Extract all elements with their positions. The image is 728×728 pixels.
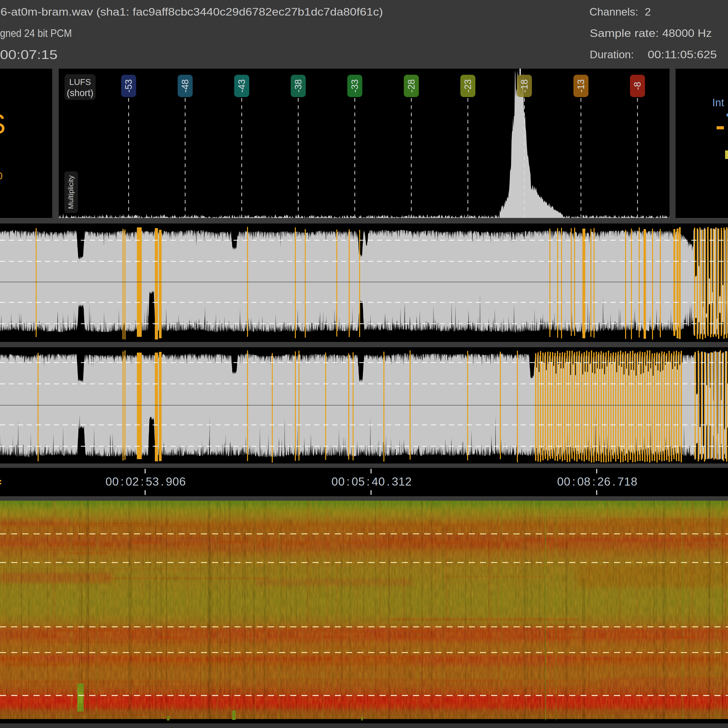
svg-text:-53: -53 <box>124 80 134 93</box>
svg-text:6-at0m-bram.wav (sha1: fac9aff: 6-at0m-bram.wav (sha1: fac9aff8cbc3440c2… <box>0 6 383 18</box>
svg-text:-48: -48 <box>180 80 190 93</box>
svg-text:-28: -28 <box>406 80 416 93</box>
svg-text:-8: -8 <box>632 82 642 90</box>
svg-text:-23: -23 <box>463 80 473 93</box>
svg-text:48000 Hz: 48000 Hz <box>662 27 712 39</box>
svg-text:Int: Int <box>712 96 724 109</box>
svg-text:LUFS: LUFS <box>69 77 91 87</box>
svg-text:00:07:15: 00:07:15 <box>0 47 58 62</box>
svg-text:2: 2 <box>645 6 651 18</box>
svg-text:00:02:53.906: 00:02:53.906 <box>106 475 186 488</box>
svg-text:-33: -33 <box>350 80 360 93</box>
svg-text:S: S <box>0 109 6 139</box>
svg-text:-18: -18 <box>519 80 529 93</box>
svg-text:Sample rate:: Sample rate: <box>590 27 659 39</box>
svg-text:00:05:40.312: 00:05:40.312 <box>332 475 411 488</box>
svg-text:Channels:: Channels: <box>589 6 638 18</box>
svg-text:(short): (short) <box>67 88 93 98</box>
svg-text:0: 0 <box>0 170 3 182</box>
svg-text:Duration:: Duration: <box>590 48 634 61</box>
svg-text:00:08:26.718: 00:08:26.718 <box>557 475 637 488</box>
svg-text:Multiplicity: Multiplicity <box>67 176 75 209</box>
svg-text:00:11:05:625: 00:11:05:625 <box>648 48 717 61</box>
svg-text:-13: -13 <box>576 80 586 93</box>
svg-text:-38: -38 <box>293 80 303 93</box>
svg-text:gned 24 bit PCM: gned 24 bit PCM <box>0 27 72 39</box>
svg-text:-43: -43 <box>237 80 247 93</box>
